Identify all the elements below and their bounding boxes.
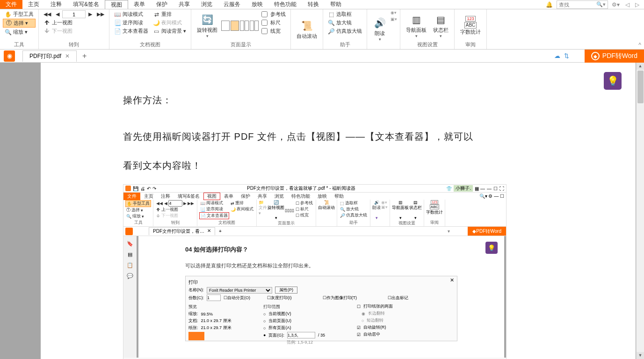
convert-icon: ◆: [591, 52, 600, 60]
layout3-icon[interactable]: [240, 21, 249, 31]
search-icon[interactable]: 🔍▾: [594, 1, 608, 7]
emb-sidebar: 🔖 ▤ 📋 💬: [123, 236, 137, 358]
first-page[interactable]: ◀◀: [42, 11, 53, 18]
emb-text-viewer-highlighted: 📄文本查看器: [199, 212, 229, 219]
emb-app-icon: [125, 186, 131, 191]
text-viewer[interactable]: 📄文本查看器: [112, 27, 150, 35]
layout4-icon[interactable]: [250, 21, 259, 31]
menu-form[interactable]: 表单: [128, 0, 151, 9]
emb-page-heading: 04 如何选择打印内容？: [185, 245, 457, 254]
add-tab-button[interactable]: +: [77, 52, 92, 60]
read-mode[interactable]: 📖阅读模式: [112, 10, 150, 18]
menu-home[interactable]: 主页: [22, 0, 45, 9]
select-tool[interactable]: Ⓣ选择 ▾: [3, 19, 36, 28]
close-tab-icon[interactable]: ✕: [65, 53, 70, 59]
menu-share[interactable]: 共享: [173, 0, 195, 9]
next-view[interactable]: 🡫下一视图: [42, 27, 106, 35]
prev-page[interactable]: ◀: [54, 11, 61, 18]
group-label-review: 审阅: [457, 41, 484, 48]
layout1-icon[interactable]: [221, 21, 230, 31]
menu-slideshow[interactable]: 放映: [246, 0, 268, 9]
menu-cloud[interactable]: 云服务: [218, 0, 246, 9]
group-label-assist: 助手: [326, 41, 364, 48]
search-input[interactable]: [557, 2, 594, 7]
settings-icon[interactable]: ⚙▾: [610, 1, 622, 8]
word-count[interactable]: 123 ABC 字数统计: [457, 10, 484, 41]
emb-min-icon: —: [487, 186, 492, 191]
menu-fillsign[interactable]: 填写&签名: [67, 0, 105, 9]
guides-check[interactable]: 参考线: [260, 10, 288, 18]
magnifier[interactable]: 🔍放大镜: [326, 19, 364, 27]
status-bar[interactable]: ▤状态栏▾: [430, 10, 451, 41]
search-box[interactable]: 🔍▾: [557, 0, 608, 9]
menu-convert[interactable]: 转换: [302, 0, 325, 9]
page-number-input[interactable]: [62, 10, 86, 18]
hand-icon: ✋: [5, 11, 12, 18]
emb-window-title: PDF文件打印设置，看这篇就够了.pdf * - 福昕阅读器: [158, 185, 444, 192]
emb-print-dialog: 打印 ✕ 名称(N): Foxit Reader Plus Printer 属性…: [185, 276, 457, 341]
menu-view[interactable]: 视图: [105, 0, 128, 9]
reverse-read[interactable]: 📃逆序阅读: [112, 19, 150, 27]
scroll-up-icon[interactable]: ▲: [637, 63, 644, 70]
notify-icon[interactable]: 🔔: [544, 1, 555, 8]
ribbon-group-pagedisplay: 🔄旋转视图▾ 参考线 标尺 线宽 页面显示: [191, 9, 291, 49]
prev-view[interactable]: 🡩上一视图: [42, 19, 106, 27]
ribbon-group-review: 123 ABC 字数统计 审阅: [455, 9, 487, 49]
emb-skin-icon: 👕: [446, 186, 452, 191]
menu-features[interactable]: 特色功能: [268, 0, 302, 9]
emb-menubar: 文件 主页 注释 填写&签名 视图 表单 保护 共享 浏览 特色功能 放映 帮助…: [123, 192, 506, 200]
reflow[interactable]: ⇄重排: [151, 10, 188, 18]
hand-tool[interactable]: ✋手型工具: [3, 10, 36, 18]
chevron-left-icon[interactable]: ◁: [623, 1, 631, 8]
tip-bulb-icon[interactable]: 💡: [604, 72, 622, 90]
cursor-icon: Ⓣ: [5, 20, 12, 27]
text-icon: 📄: [114, 28, 121, 35]
menu-help[interactable]: 帮助: [325, 0, 347, 9]
night-mode[interactable]: 🌙夜间模式: [151, 19, 188, 27]
collapse-ribbon-icon[interactable]: ^: [638, 42, 641, 48]
reflow-icon: ⇄: [153, 11, 160, 18]
reading-bg[interactable]: ▭阅读背景 ▾: [151, 27, 188, 35]
chevron-right-icon[interactable]: ▷: [633, 1, 641, 8]
magnify-icon: 🔍: [328, 19, 335, 26]
zoom-tool[interactable]: 🔍缩放 ▾: [3, 28, 36, 36]
emb-doc-area: 🔖 ▤ 📋 💬 💡 04 如何选择打印内容？ 可以选择是直接打印文档还是文档和标…: [123, 236, 506, 358]
statusbar-icon: ▤: [434, 13, 448, 27]
select-frame[interactable]: ⬚选取框: [326, 10, 364, 18]
read-aloud[interactable]: 🔊朗读▾: [370, 10, 390, 48]
read-opt2-icon[interactable]: ▣▾: [391, 17, 397, 22]
fake-magnifier[interactable]: 🔎仿真放大镜: [326, 27, 364, 35]
doc-para1: 首先使用福昕阅读器打开 PDF 文件，点击【视图】——【文本查看器】，就可以: [123, 127, 553, 146]
nav-panel[interactable]: ▥导航面板▾: [403, 10, 429, 41]
last-page[interactable]: ▶▶: [95, 11, 106, 18]
document-tab[interactable]: PDF打印.pdf ✕: [22, 50, 77, 62]
layout2-icon[interactable]: [231, 21, 239, 31]
menu-file[interactable]: 文件: [0, 0, 22, 9]
ribbon-group-tools: ✋手型工具 Ⓣ选择 ▾ 🔍缩放 ▾ 工具: [0, 9, 39, 49]
cloud-icon[interactable]: ☁: [554, 52, 560, 59]
scroll-down-icon[interactable]: ▼: [637, 352, 644, 359]
ruler-check[interactable]: 标尺: [260, 19, 288, 27]
auto-scroll[interactable]: 📜自动滚动: [294, 10, 320, 48]
emb-ribbon: ✋手型工具 Ⓣ选择▾ 🔍缩放▾ 工具 ◀◀ ◀ ▶ ▶▶ 🡩上一视图 🡫下一视图…: [123, 200, 506, 227]
linewidth-check[interactable]: 线宽: [260, 27, 288, 35]
rotate-view[interactable]: 🔄旋转视图▾: [194, 10, 220, 41]
scroll-thumb[interactable]: [637, 71, 644, 103]
vertical-scrollbar[interactable]: ▲ ▼: [636, 63, 644, 359]
menu-annotate[interactable]: 注释: [45, 0, 67, 9]
emb-qat: 💾 🖨 ↶ ↷ PDF文件打印设置，看这篇就够了.pdf * - 福昕阅读器 👕…: [123, 185, 506, 192]
panel-icon: ▥: [409, 13, 423, 27]
emb-search-icon: 🔍▾ ⚙ — ☐: [478, 194, 506, 199]
pdf-to-word-button[interactable]: ◆ PDF转Word: [585, 50, 644, 63]
emb-qat-save: 💾: [133, 186, 138, 191]
menu-protect[interactable]: 保护: [151, 0, 173, 9]
read-opt1-icon[interactable]: ◉▾: [391, 10, 397, 15]
emb-comments-icon: 💬: [127, 273, 133, 279]
next-page[interactable]: ▶: [87, 11, 94, 18]
menu-browse[interactable]: 浏览: [195, 0, 218, 9]
emb-qat-redo: ↷: [152, 186, 156, 191]
emb-pdf-page: 💡 04 如何选择打印内容？ 可以选择是直接打印文档还是文档和标注全部打印出来。…: [138, 236, 504, 358]
home-icon[interactable]: ◉: [4, 50, 15, 62]
sync-icon[interactable]: ⇅: [564, 52, 569, 59]
wc-abc: ABC: [464, 22, 477, 29]
